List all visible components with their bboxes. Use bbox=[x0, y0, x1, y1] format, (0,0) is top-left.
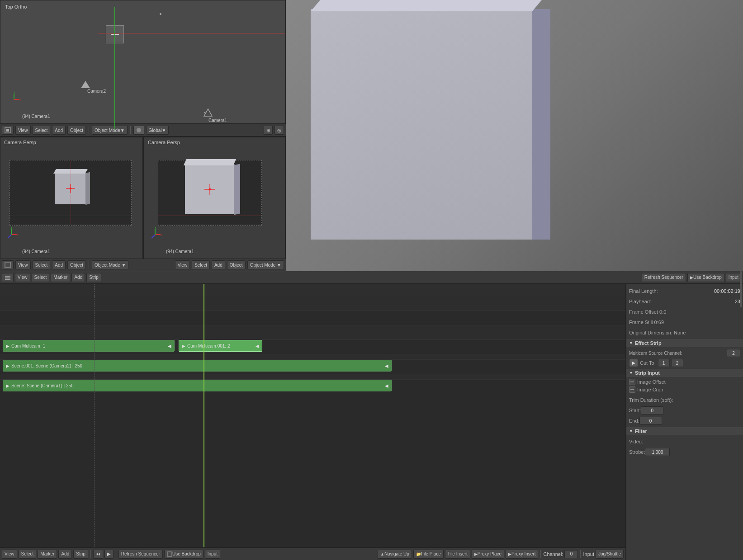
filter-header[interactable]: ▼ Filter bbox=[626, 427, 743, 435]
seq-input-btn2[interactable]: Input bbox=[205, 550, 220, 559]
seq-view-btn[interactable]: View bbox=[15, 273, 30, 282]
start-input[interactable] bbox=[641, 406, 663, 414]
toolbar-object2[interactable]: Object bbox=[67, 260, 86, 269]
seq-icon-btn[interactable] bbox=[2, 273, 14, 282]
svg-text:X: X bbox=[161, 233, 162, 237]
sep-bottom bbox=[90, 550, 91, 558]
final-length-label: Final Length: bbox=[629, 288, 714, 294]
seq-select-btn[interactable]: Select bbox=[32, 273, 50, 282]
image-crop-row: Image Crop bbox=[629, 386, 740, 393]
refresh-seq-btn2[interactable]: Refresh Sequencer bbox=[118, 550, 163, 559]
frame-ruler: -2+13 -2+00 1+13 1+00 0+13 F_01 0+13 1+1… bbox=[0, 284, 625, 296]
svg-point-8 bbox=[137, 128, 141, 132]
seq-strip-btn2[interactable]: Strip bbox=[73, 550, 88, 559]
seq-marker-btn2[interactable]: Marker bbox=[38, 550, 57, 559]
seq-select-btn2[interactable]: Select bbox=[19, 550, 37, 559]
object-mode-btn2[interactable]: Object Mode ▼ bbox=[92, 260, 128, 269]
use-backdrop-btn[interactable]: ▶ Use Backdrop bbox=[687, 273, 724, 282]
file-place-btn[interactable]: 📁 File Place bbox=[413, 550, 444, 559]
viewport-icon-btn[interactable] bbox=[2, 126, 14, 135]
camera1-icon bbox=[203, 108, 213, 119]
playhead-row: Playhead: 23 bbox=[629, 297, 740, 306]
sep-channel bbox=[540, 550, 541, 558]
toolbar-select2[interactable]: Select bbox=[33, 260, 51, 269]
cut-to-2-btn[interactable]: 2 bbox=[672, 359, 683, 367]
navigate-up-btn[interactable]: ▲ Navigate Up bbox=[378, 550, 412, 559]
strobe-label: Strobe: bbox=[629, 449, 645, 455]
seq-add-btn[interactable]: Add bbox=[71, 273, 85, 282]
proxy-place-btn[interactable]: ▶ Proxy Place bbox=[472, 550, 504, 559]
cut-to-play-btn[interactable]: ▶ bbox=[629, 359, 638, 367]
end-label: End: bbox=[629, 418, 639, 424]
toolbar-add3[interactable]: Add bbox=[212, 260, 225, 269]
viewport-bottom-left-label: Camera Persp bbox=[4, 140, 36, 145]
main-viewport-render bbox=[286, 0, 743, 271]
viewport-shading-btn[interactable] bbox=[133, 126, 144, 135]
seq-add-btn2[interactable]: Add bbox=[58, 550, 72, 559]
file-insert-btn[interactable]: File Insert bbox=[445, 550, 470, 559]
svg-text:Y: Y bbox=[154, 227, 157, 230]
effect-strip-label: Effect Strip bbox=[635, 340, 662, 346]
proportional-btn[interactable]: ◎ bbox=[274, 126, 284, 135]
orig-dim-label: Original Dimension: None bbox=[629, 330, 686, 335]
object-mode-btn[interactable]: Object Mode ▼ bbox=[92, 126, 128, 135]
final-length-row: Final Length: 00:00:02:19 bbox=[629, 287, 740, 296]
global-btn[interactable]: Global ▼ bbox=[146, 126, 169, 135]
viewport-bottom-right-label: Camera Persp bbox=[148, 140, 180, 145]
viewport-main bbox=[286, 0, 743, 271]
toolbar-object3[interactable]: Object bbox=[227, 260, 246, 269]
strip-cam-multicam-1[interactable]: ▶ Cam Multicam: 1 ◀ bbox=[3, 340, 175, 352]
strip-cam-multicam-001[interactable]: ▶ Cam Multicam.001: 2 ◀ bbox=[179, 340, 262, 352]
seq-input-btn[interactable]: Input bbox=[726, 273, 741, 282]
cut-to-1-btn[interactable]: 1 bbox=[658, 359, 670, 367]
multicam-source-input[interactable] bbox=[727, 349, 740, 357]
object-mode-btn3[interactable]: Object Mode ▼ bbox=[247, 260, 284, 269]
toolbar-view2[interactable]: View bbox=[15, 260, 31, 269]
panel-scrollbar[interactable] bbox=[740, 284, 742, 307]
strip-scene[interactable]: ▶ Scene: Scene (Camera1) | 250 ◀ bbox=[3, 380, 392, 391]
frame-still-label: Frame Still 0:69 bbox=[629, 320, 664, 325]
jog-shuttle-btn[interactable]: Jog/Shuttle bbox=[596, 550, 624, 559]
image-offset-checkbox[interactable] bbox=[629, 379, 635, 385]
toolbar-select[interactable]: Select bbox=[33, 126, 51, 135]
svg-point-1 bbox=[204, 112, 206, 113]
axes-widget-br: X Y bbox=[148, 227, 162, 243]
use-backdrop-check[interactable]: Use Backdrop bbox=[164, 550, 203, 559]
transport-btns[interactable]: ⏮ bbox=[93, 550, 103, 559]
end-input[interactable] bbox=[639, 417, 662, 425]
viewport-bl-camera-label: (94) Camera1 bbox=[22, 249, 50, 254]
transport-play[interactable]: ▶ bbox=[104, 550, 114, 559]
toolbar-view3[interactable]: View bbox=[175, 260, 190, 269]
track-row-multicam: ▶ Cam Multicam: 1 ◀ ▶ Cam Multicam.001: … bbox=[0, 340, 625, 354]
cam-preview-right bbox=[158, 160, 262, 226]
seq-view-btn2[interactable]: View bbox=[2, 550, 17, 559]
playhead-label: Playhead: bbox=[629, 299, 735, 304]
channel-input[interactable] bbox=[564, 550, 578, 558]
toolbar-object[interactable]: Object bbox=[67, 126, 86, 135]
multicam-source-row: Multicam Source Channel: bbox=[629, 349, 740, 357]
image-crop-checkbox[interactable] bbox=[629, 386, 635, 393]
toolbar-add2[interactable]: Add bbox=[52, 260, 66, 269]
strip-input-header[interactable]: ▼ Strip Input bbox=[626, 369, 743, 377]
toolbar-view[interactable]: View bbox=[15, 126, 31, 135]
strobe-row: Strobe: bbox=[629, 447, 740, 456]
strobe-input[interactable] bbox=[645, 448, 670, 456]
viewport-toolbar-bottom: View Select Add Object Object Mode ▼ Vie… bbox=[0, 259, 286, 271]
svg-rect-23 bbox=[167, 552, 172, 556]
red-axis-line bbox=[98, 33, 285, 33]
toolbar-select3[interactable]: Select bbox=[192, 260, 210, 269]
toolbar-add[interactable]: Add bbox=[52, 126, 66, 135]
viewport-icon-btn2[interactable] bbox=[2, 260, 14, 269]
proxy-insert-btn[interactable]: ▶ Proxy Insert bbox=[506, 550, 538, 559]
sequencer-toolbar: View Select Marker Add Strip Refresh Seq… bbox=[0, 271, 743, 284]
video-row: Video: bbox=[629, 437, 740, 446]
effect-strip-header[interactable]: ▼ Effect Strip bbox=[626, 339, 743, 347]
seq-strip-btn[interactable]: Strip bbox=[86, 273, 101, 282]
strip-scene-001[interactable]: ▶ Scene.001: Scene (Camera2) | 250 ◀ bbox=[3, 360, 392, 372]
image-offset-label: Image Offset bbox=[637, 379, 666, 385]
axes-widget: X Y bbox=[7, 92, 21, 108]
strip-label-2: Cam Multicam.001: 2 bbox=[187, 344, 230, 348]
snap-btn[interactable]: ⊞ bbox=[264, 126, 273, 135]
refresh-seq-btn[interactable]: Refresh Sequencer bbox=[642, 273, 686, 282]
seq-marker-btn[interactable]: Marker bbox=[51, 273, 70, 282]
